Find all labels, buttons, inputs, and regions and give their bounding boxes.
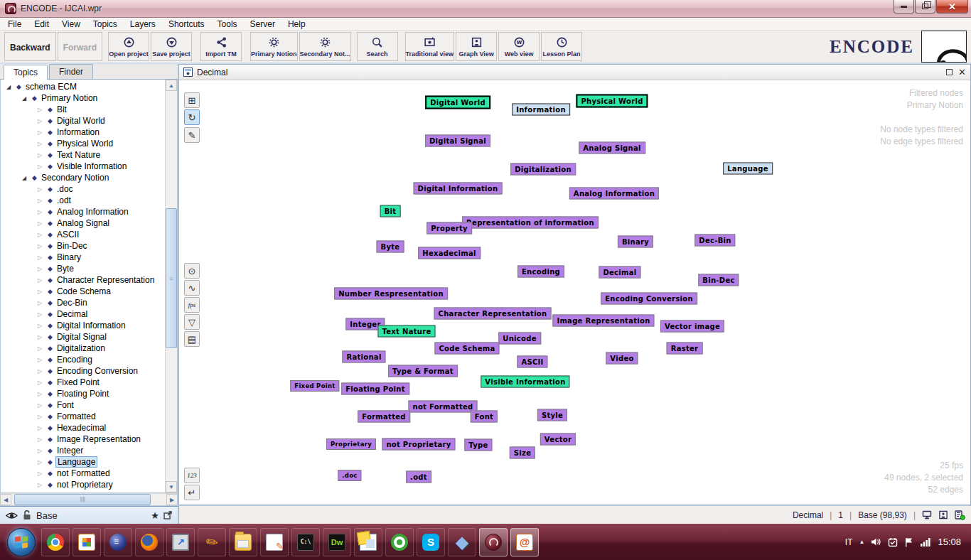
close-button[interactable]: ✕	[936, 0, 968, 14]
volume-icon[interactable]	[871, 537, 881, 546]
tree-item-integer[interactable]: ▷◆Integer	[1, 445, 165, 456]
tree-item-dec-bin[interactable]: ▷◆Dec-Bin	[1, 297, 165, 308]
tree-item-physical-world[interactable]: ▷◆Physical World	[1, 138, 165, 149]
hidden-icons-chevron[interactable]: ▲	[859, 539, 865, 545]
secondary-notion-button[interactable]: Secondary Not...	[299, 32, 351, 61]
language-indicator[interactable]: IT	[845, 537, 853, 547]
restore-button[interactable]	[915, 0, 935, 14]
clock[interactable]: 15:08	[938, 537, 961, 547]
tree-item-code-schema[interactable]: ▷◆Code Schema	[1, 286, 165, 297]
node-nfmt[interactable]: not Formatted	[408, 401, 477, 413]
tree-item-byte[interactable]: ▷◆Byte	[1, 263, 165, 274]
node-vec[interactable]: Vector	[540, 434, 576, 446]
tree-item-primary-notion[interactable]: ◢◆Primary Notion	[1, 92, 165, 104]
node-dig[interactable]: Digitalization	[510, 163, 576, 176]
node-bindec[interactable]: Bin-Dec	[698, 274, 739, 286]
node-fmt[interactable]: Formatted	[358, 411, 410, 423]
node-nr[interactable]: Number Respresentation	[334, 288, 448, 300]
menu-shortcuts[interactable]: Shortcuts	[162, 18, 211, 30]
tree-item-font[interactable]: ▷◆Font	[1, 399, 165, 411]
notes-editor-taskbar-icon[interactable]	[260, 528, 289, 556]
collapsed-twist-icon[interactable]: ▷	[36, 186, 43, 193]
collapsed-twist-icon[interactable]: ▷	[36, 198, 43, 204]
layers-tool-icon[interactable]: ▤	[184, 331, 200, 347]
save-project-button[interactable]: Save project	[151, 32, 192, 61]
node-bin[interactable]: Binary	[618, 236, 653, 248]
node-info[interactable]: Information	[512, 104, 570, 116]
graph-viewport[interactable]: is_reqis_reqis_reqis_reqis_reqis_reqis_r…	[179, 80, 970, 505]
menu-file[interactable]: File	[1, 18, 28, 30]
tree-item--odt[interactable]: ▷◆.odt	[1, 195, 165, 206]
traditional-view-button[interactable]: Traditional view	[405, 32, 455, 61]
collapsed-twist-icon[interactable]: ▷	[36, 323, 43, 329]
tree-item-text-nature[interactable]: ▷◆Text Nature	[1, 149, 165, 161]
node-cr[interactable]: Character Representation	[434, 308, 552, 320]
menu-topics[interactable]: Topics	[87, 18, 124, 30]
zoom-tool-icon[interactable]: ⊙	[184, 263, 200, 279]
node-flp[interactable]: Floating Point	[341, 383, 409, 395]
menu-layers[interactable]: Layers	[124, 18, 162, 30]
scroll-up-icon[interactable]: ▲	[166, 80, 177, 91]
sticky-notes-taskbar-icon[interactable]	[354, 528, 382, 556]
collapsed-twist-icon[interactable]: ▷	[36, 232, 43, 238]
tree-item-encoding[interactable]: ▷◆Encoding	[1, 354, 165, 365]
primary-notion-button[interactable]: Primary Notion	[250, 32, 298, 61]
screen-capture-taskbar-icon[interactable]: @	[510, 528, 539, 556]
encode-app-taskbar-icon[interactable]	[479, 528, 508, 556]
tree-item-image-representation[interactable]: ▷◆Image Representation	[1, 434, 165, 445]
node-ec[interactable]: Encoding Conversion	[601, 293, 697, 305]
graph-view-button[interactable]: Graph View	[456, 32, 497, 61]
menu-help[interactable]: Help	[281, 18, 312, 30]
tree-item-schema-ecm[interactable]: ◢◆schema ECM	[1, 81, 165, 92]
node-npry[interactable]: not Proprietary	[382, 438, 455, 451]
collapsed-twist-icon[interactable]: ▷	[36, 209, 43, 215]
node-dec[interactable]: Decimal	[599, 266, 640, 279]
open-project-button[interactable]: Open project	[108, 32, 149, 61]
menu-tools[interactable]: Tools	[211, 18, 244, 30]
node-fxp[interactable]: Fixed Point	[290, 380, 339, 392]
audacity-taskbar-icon[interactable]	[198, 528, 226, 556]
collapsed-twist-icon[interactable]: ▷	[36, 266, 43, 272]
collapsed-twist-icon[interactable]: ▷	[36, 152, 43, 158]
collapsed-twist-icon[interactable]: ▷	[36, 379, 43, 386]
command-prompt-taskbar-icon[interactable]: C:\	[291, 528, 320, 556]
node-style[interactable]: Style	[537, 409, 567, 421]
menu-edit[interactable]: Edit	[28, 18, 55, 30]
import-tm-button[interactable]: Import TM	[200, 32, 242, 61]
lesson-plan-button[interactable]: Lesson Plan	[541, 32, 582, 61]
tree-item-digital-information[interactable]: ▷◆Digital Information	[1, 320, 165, 331]
tree-item-bin-dec[interactable]: ▷◆Bin-Dec	[1, 240, 165, 252]
tree-item-hexadecimal[interactable]: ▷◆Hexadecimal	[1, 422, 165, 434]
collapsed-twist-icon[interactable]: ▷	[36, 459, 43, 465]
tree-item-digital-world[interactable]: ▷◆Digital World	[1, 115, 165, 126]
node-hex[interactable]: Hexadecimal	[418, 247, 481, 259]
collapsed-twist-icon[interactable]: ▷	[36, 470, 43, 477]
tree-item-encoding-conversion[interactable]: ▷◆Encoding Conversion	[1, 365, 165, 377]
collapsed-twist-icon[interactable]: ▷	[36, 425, 43, 431]
node-ai[interactable]: Analog Information	[569, 188, 659, 200]
node-size[interactable]: Size	[510, 447, 535, 459]
web-view-button[interactable]: wWeb view	[498, 32, 540, 61]
sync-center-icon[interactable]	[888, 537, 898, 547]
node-font[interactable]: Font	[471, 411, 498, 423]
layer-visibility-eye-icon[interactable]	[6, 512, 18, 519]
node-ras[interactable]: Raster	[667, 343, 703, 355]
collapsed-twist-icon[interactable]: ▷	[36, 345, 43, 352]
fps-tool-icon[interactable]: fps	[184, 297, 200, 313]
tab-topics[interactable]: Topics	[4, 65, 48, 80]
remote-desktop-taskbar-icon[interactable]	[166, 528, 195, 556]
menu-server[interactable]: Server	[244, 18, 281, 30]
scroll-right-icon[interactable]: ▶	[166, 494, 178, 505]
node-dw[interactable]: Digital World	[425, 96, 490, 109]
node-ascii[interactable]: ASCII	[517, 356, 547, 368]
start-button[interactable]	[7, 528, 36, 556]
collapsed-twist-icon[interactable]: ▷	[36, 482, 43, 488]
collapsed-twist-icon[interactable]: ▷	[36, 334, 43, 340]
search-button[interactable]: Search	[357, 32, 398, 61]
backward-button[interactable]: Backward	[4, 32, 56, 61]
scroll-thumb[interactable]: ≡	[166, 208, 177, 349]
collapsed-twist-icon[interactable]: ▷	[36, 368, 43, 375]
tree-item-analog-information[interactable]: ▷◆Analog Information	[1, 206, 165, 217]
edit-tool-icon[interactable]: ✎	[184, 127, 200, 143]
tree-item-not-proprietary[interactable]: ▷◆not Proprietary	[1, 479, 165, 490]
